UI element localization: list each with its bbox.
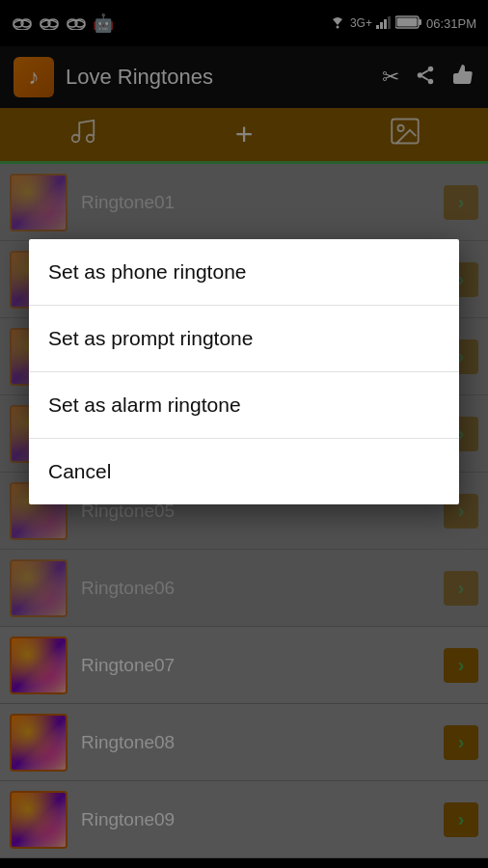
cancel-button[interactable]: Cancel (29, 439, 459, 504)
set-phone-ringtone-option[interactable]: Set as phone ringtone (29, 239, 459, 306)
set-alarm-ringtone-option[interactable]: Set as alarm ringtone (29, 372, 459, 439)
ringtone-options-dialog: Set as phone ringtone Set as prompt ring… (29, 239, 459, 504)
set-prompt-ringtone-option[interactable]: Set as prompt ringtone (29, 306, 459, 372)
